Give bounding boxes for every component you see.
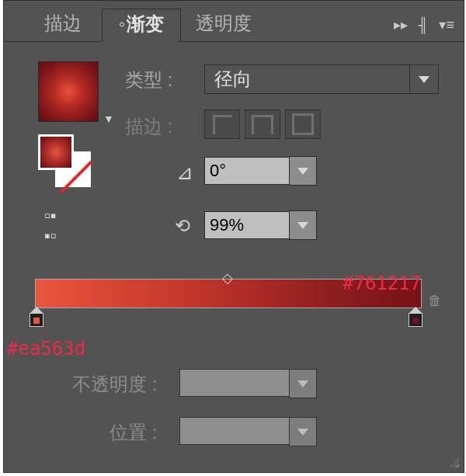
annotation-right-color: #761217 <box>343 273 421 294</box>
aspect-input[interactable]: 99% <box>204 211 289 239</box>
midpoint-stop-icon[interactable]: ◇ <box>222 269 233 287</box>
stroke-align-group <box>204 109 321 139</box>
tab-stroke[interactable]: 描边 <box>32 9 94 41</box>
collapse-icon[interactable]: ▸▸ <box>394 16 408 33</box>
aspect-dropdown[interactable] <box>289 210 317 240</box>
delete-stop-icon[interactable]: 🗑 <box>428 293 442 309</box>
dock-icon[interactable]: ╢ <box>419 17 429 33</box>
location-dropdown <box>289 417 317 446</box>
gradient-preview-swatch[interactable] <box>38 61 99 122</box>
color-stop-right[interactable] <box>408 307 423 327</box>
tab-gradient[interactable]: ◦渐变 <box>102 9 181 42</box>
reverse-gradient-icon[interactable]: ▫▪▪▫ <box>44 206 57 246</box>
opacity-label: 不透明度 : <box>72 372 157 397</box>
gradient-panel: 描边 ◦渐变 透明度 ▸▸ ╢ ▾≡ ▼ 类型 : 径向 描边 : ⊿ 0° <box>3 0 464 473</box>
opacity-dropdown <box>289 369 317 398</box>
location-field <box>179 417 317 446</box>
location-label: 位置 : <box>110 420 157 445</box>
angle-dropdown[interactable] <box>289 156 317 186</box>
type-value: 径向 <box>205 67 409 92</box>
panel-menu-icon[interactable]: ▾≡ <box>439 16 454 33</box>
location-input <box>179 417 289 445</box>
fill-swatch[interactable] <box>38 134 74 170</box>
type-label: 类型 : <box>125 68 172 92</box>
type-dropdown-button[interactable] <box>409 65 438 93</box>
swatch-dropdown-icon[interactable]: ▼ <box>103 113 114 125</box>
aspect-field[interactable]: 99% <box>204 210 317 240</box>
opacity-input <box>179 369 289 397</box>
stroke-label: 描边 : <box>125 114 172 139</box>
resize-grip-icon[interactable] <box>447 455 459 467</box>
angle-icon: ⊿ <box>176 161 193 185</box>
annotation-left-color: #ea563d <box>7 338 85 360</box>
angle-input[interactable]: 0° <box>204 157 289 185</box>
stroke-align-center[interactable] <box>245 109 280 139</box>
aspect-icon: ⟲ <box>175 215 190 237</box>
type-select[interactable]: 径向 <box>204 64 439 94</box>
tab-transparency[interactable]: 透明度 <box>181 9 266 41</box>
tab-gradient-label: 渐变 <box>127 13 164 34</box>
stroke-align-out[interactable] <box>285 109 321 139</box>
angle-field[interactable]: 0° <box>204 156 317 186</box>
stroke-align-in[interactable] <box>204 109 240 139</box>
color-stop-left[interactable] <box>29 307 44 327</box>
opacity-field <box>179 369 317 398</box>
tab-bar: 描边 ◦渐变 透明度 ▸▸ ╢ ▾≡ <box>4 1 464 41</box>
